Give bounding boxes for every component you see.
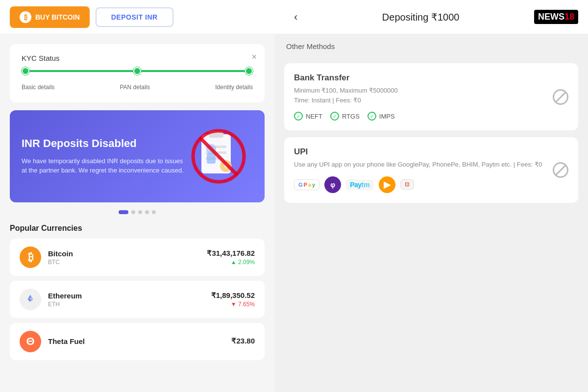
neft-check-icon: ✓	[294, 112, 303, 121]
kyc-close-button[interactable]: ×	[251, 52, 257, 62]
banner-illustration: ₹	[184, 122, 253, 191]
close-icon: ×	[251, 52, 257, 62]
upi-disabled-icon	[553, 162, 568, 178]
other-methods-header: Other Methods	[274, 34, 588, 58]
theta-icon: Θ	[20, 331, 41, 352]
btc-price: ₹31,43,176.82	[207, 249, 255, 258]
back-icon: ‹	[294, 11, 297, 23]
carousel-dots	[10, 210, 265, 214]
upi-title: UPI	[294, 147, 568, 157]
kyc-dot-identity	[245, 67, 253, 75]
kyc-card: KYC Status × Basic details PAN details I…	[10, 44, 265, 102]
deposit-inr-button[interactable]: DEPOSIT INR	[96, 7, 173, 27]
currency-card-theta[interactable]: Θ Theta Fuel ₹23.80	[10, 323, 265, 360]
back-button[interactable]: ‹	[294, 11, 297, 24]
btc-change: ▲ 2.09%	[207, 259, 255, 266]
btc-name: Bitcoin	[48, 249, 207, 258]
right-nav-area: ‹ Depositing ₹1000 NEWS18	[284, 10, 578, 24]
left-nav-area: ₿ BUY BITCOIN DEPOSIT INR	[10, 6, 284, 28]
inr-disabled-banner: INR Deposits Disabled We have temporaril…	[10, 110, 265, 202]
kyc-title: KYC Status	[22, 54, 253, 62]
btc-info: Bitcoin BTC	[48, 249, 207, 266]
eth-name: Ethereum	[48, 292, 211, 300]
btc-icon: ₿	[20, 246, 41, 268]
banner-text: INR Deposits Disabled We have temporaril…	[22, 137, 184, 175]
carousel-dot-2[interactable]	[131, 210, 135, 214]
theta-info: Theta Fuel	[48, 337, 231, 346]
deposit-inr-label: DEPOSIT INR	[111, 13, 158, 21]
banner-description: We have temporarily disabled INR deposit…	[22, 156, 184, 175]
carousel-dot-3[interactable]	[138, 210, 142, 214]
eth-icon	[20, 289, 41, 310]
bank-transfer-card[interactable]: Bank Transfer Minimum ₹100, Maximum ₹500…	[284, 63, 578, 130]
bank-transfer-disabled-icon	[553, 89, 568, 105]
depositing-title: Depositing ₹1000	[307, 11, 534, 23]
banner-title: INR Deposits Disabled	[22, 137, 184, 150]
svg-marker-12	[28, 294, 31, 299]
upi-icons: GPay φ Paytm ▶ ⊡	[294, 176, 568, 193]
neft-tag: ✓ NEFT	[294, 112, 322, 121]
paytm-icon: Paytm	[346, 179, 374, 190]
buy-bitcoin-label: BUY BITCOIN	[35, 13, 80, 21]
carousel-dot-1[interactable]	[119, 210, 128, 214]
imps-tag: ✓ IMPS	[368, 112, 395, 121]
bhim-icon: ⊡	[400, 179, 414, 190]
theta-price: ₹23.80	[231, 337, 255, 345]
eth-price-area: ₹1,89,350.52 ▼ 7.65%	[211, 291, 255, 308]
btc-symbol: BTC	[48, 259, 207, 266]
kyc-label-identity: Identity details	[215, 84, 253, 91]
banner-svg-illustration: ₹	[184, 122, 253, 191]
phonepe-icon: φ	[324, 176, 341, 193]
rtgs-tag: ✓ RTGS	[330, 112, 360, 121]
news18-text: NEWS18	[538, 12, 574, 22]
currency-card-eth[interactable]: Ethereum ETH ₹1,89,350.52 ▼ 7.65%	[10, 281, 265, 318]
right-panel: Other Methods Bank Transfer Minimum ₹100…	[274, 34, 588, 392]
svg-rect-8	[207, 153, 216, 164]
imps-label: IMPS	[379, 113, 395, 120]
kyc-label-pan: PAN details	[120, 84, 150, 91]
eth-change: ▼ 7.65%	[211, 301, 255, 308]
bank-transfer-desc: Minimum ₹100, Maximum ₹5000000Time: Inst…	[294, 86, 568, 105]
main-content: KYC Status × Basic details PAN details I…	[0, 34, 588, 392]
gpay-icon: GPay	[294, 179, 319, 190]
amazon-pay-icon: ▶	[379, 176, 395, 193]
svg-marker-11	[30, 294, 33, 299]
kyc-progress-bar	[22, 70, 253, 72]
kyc-dots	[22, 67, 253, 75]
kyc-dot-basic	[22, 67, 29, 75]
news18-logo: NEWS18	[534, 10, 578, 24]
upi-card[interactable]: UPI Use any UPI app on your phone like G…	[284, 137, 578, 203]
rtgs-check-icon: ✓	[330, 112, 339, 121]
eth-price: ₹1,89,350.52	[211, 291, 255, 300]
top-nav: ₿ BUY BITCOIN DEPOSIT INR ‹ Depositing ₹…	[0, 0, 588, 34]
buy-bitcoin-button[interactable]: ₿ BUY BITCOIN	[10, 6, 90, 28]
methods-container: Bank Transfer Minimum ₹100, Maximum ₹500…	[274, 58, 588, 208]
rtgs-label: RTGS	[342, 113, 360, 120]
bank-transfer-title: Bank Transfer	[294, 73, 568, 83]
eth-symbol: ETH	[48, 301, 211, 308]
left-panel: KYC Status × Basic details PAN details I…	[0, 34, 274, 392]
kyc-labels: Basic details PAN details Identity detai…	[22, 84, 253, 91]
bank-transfer-tags: ✓ NEFT ✓ RTGS ✓ IMPS	[294, 112, 568, 121]
theta-name: Theta Fuel	[48, 337, 231, 345]
carousel-dot-5[interactable]	[152, 210, 156, 214]
kyc-dot-pan	[133, 67, 141, 75]
btc-price-area: ₹31,43,176.82 ▲ 2.09%	[207, 249, 255, 266]
upi-desc: Use any UPI app on your phone like Googl…	[294, 160, 568, 170]
eth-info: Ethereum ETH	[48, 292, 211, 308]
imps-check-icon: ✓	[368, 112, 376, 121]
popular-currencies-title: Popular Currencies	[10, 224, 265, 233]
kyc-label-basic: Basic details	[22, 84, 54, 91]
theta-price-area: ₹23.80	[231, 337, 255, 346]
neft-label: NEFT	[306, 113, 322, 120]
currency-card-btc[interactable]: ₿ Bitcoin BTC ₹31,43,176.82 ▲ 2.09%	[10, 239, 265, 276]
carousel-dot-4[interactable]	[145, 210, 149, 214]
bitcoin-icon: ₿	[20, 11, 31, 23]
